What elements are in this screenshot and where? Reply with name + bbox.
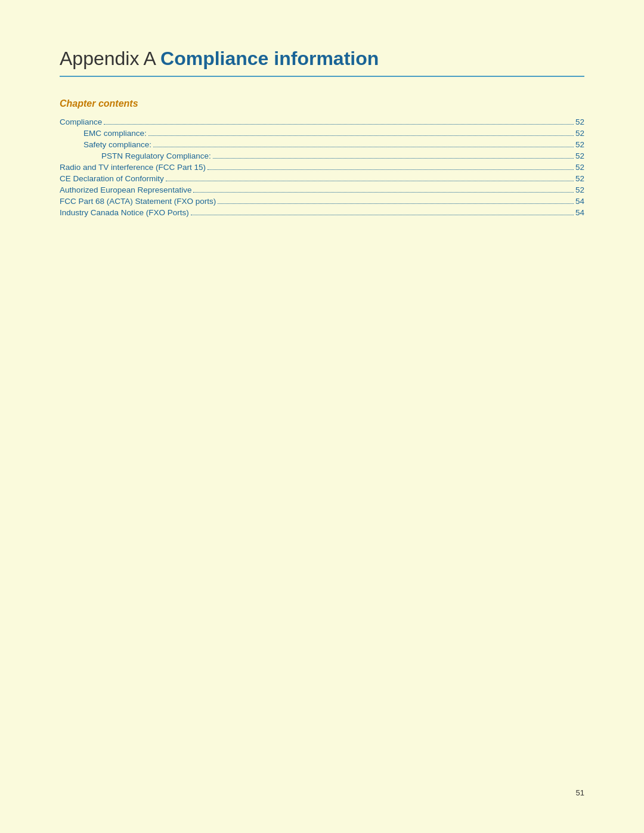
toc-link[interactable]: FCC Part 68 (ACTA) Statement (FXO ports): [60, 197, 216, 206]
toc-page-number: 52: [575, 163, 584, 172]
toc-page-number: 52: [575, 174, 584, 183]
toc-dots: [104, 124, 574, 125]
toc-dots: [218, 203, 574, 204]
toc-item[interactable]: Radio and TV interference (FCC Part 15)5…: [60, 163, 584, 172]
toc-list: Compliance52EMC compliance: 52Safety com…: [60, 117, 584, 217]
toc-item[interactable]: CE Declaration of Conformity52: [60, 174, 584, 183]
toc-dots: [166, 181, 574, 181]
toc-item[interactable]: Compliance52: [60, 117, 584, 126]
toc-page-number: 52: [575, 151, 584, 160]
toc-page-number: 54: [575, 197, 584, 206]
title-bold: Compliance information: [160, 48, 379, 69]
toc-dots: [148, 135, 574, 136]
chapter-contents-heading: Chapter contents: [60, 98, 584, 109]
toc-dots: [191, 215, 574, 215]
toc-link[interactable]: PSTN Regulatory Compliance:: [101, 151, 211, 160]
page-container: Appendix A Compliance information Chapte…: [0, 0, 644, 267]
page-number: 51: [576, 788, 584, 797]
toc-link[interactable]: Safety compliance:: [83, 140, 151, 149]
toc-item[interactable]: PSTN Regulatory Compliance: 52: [60, 151, 584, 160]
toc-item[interactable]: FCC Part 68 (ACTA) Statement (FXO ports)…: [60, 197, 584, 206]
toc-dots: [213, 158, 574, 159]
toc-item[interactable]: Authorized European Representative52: [60, 185, 584, 194]
toc-dots: [208, 169, 574, 170]
toc-item[interactable]: Industry Canada Notice (FXO Ports)54: [60, 208, 584, 217]
toc-link[interactable]: EMC compliance:: [83, 129, 147, 138]
toc-dots: [193, 192, 574, 193]
toc-link[interactable]: Radio and TV interference (FCC Part 15): [60, 163, 206, 172]
toc-link[interactable]: Authorized European Representative: [60, 185, 191, 194]
toc-item[interactable]: EMC compliance: 52: [60, 129, 584, 138]
toc-page-number: 52: [575, 117, 584, 126]
toc-link[interactable]: Compliance: [60, 117, 102, 126]
page-title: Appendix A Compliance information: [60, 48, 584, 77]
title-prefix: Appendix A: [60, 48, 160, 69]
toc-page-number: 52: [575, 140, 584, 149]
toc-link[interactable]: CE Declaration of Conformity: [60, 174, 164, 183]
toc-page-number: 54: [575, 208, 584, 217]
toc-page-number: 52: [575, 185, 584, 194]
toc-item[interactable]: Safety compliance: 52: [60, 140, 584, 149]
toc-dots: [153, 147, 574, 147]
toc-link[interactable]: Industry Canada Notice (FXO Ports): [60, 208, 189, 217]
chapter-section: Chapter contents Compliance52EMC complia…: [60, 98, 584, 217]
toc-page-number: 52: [575, 129, 584, 138]
